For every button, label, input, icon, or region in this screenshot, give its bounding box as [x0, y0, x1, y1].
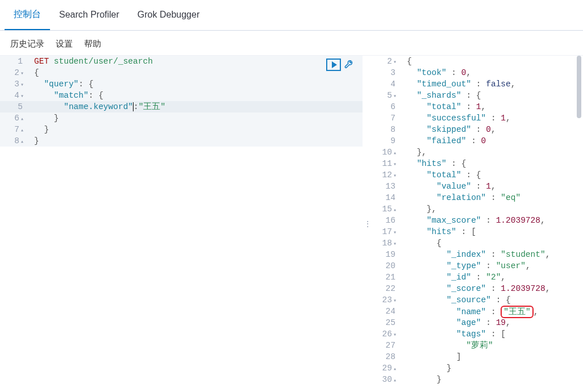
tab-console[interactable]: 控制台 — [5, 0, 50, 30]
response-viewer[interactable]: 2▾345▾678910▴11▾12▾131415▴1617▾18▾192021… — [373, 56, 583, 391]
splitter-handle-icon — [364, 219, 372, 228]
editor-actions — [326, 59, 355, 71]
console-toolbar: 历史记录 设置 帮助 — [0, 31, 583, 55]
play-icon — [332, 61, 337, 68]
editor-code[interactable]: GET student/user/_search { "query": { "m… — [34, 56, 363, 147]
editor-panels: 1 2▾ 3▾ 4▾ 5 6▴ 7▴ 8▴ GET student/user/_… — [0, 55, 583, 391]
result-code: { "took" : 0, "timed_out" : false, "_sha… — [407, 56, 583, 385]
run-button[interactable] — [326, 59, 341, 71]
tab-grok-debugger[interactable]: Grok Debugger — [128, 0, 209, 30]
result-scrollbar-thumb[interactable] — [577, 56, 581, 118]
toolbar-history[interactable]: 历史记录 — [10, 39, 44, 49]
wrench-icon — [344, 60, 353, 69]
request-editor[interactable]: 1 2▾ 3▾ 4▾ 5 6▴ 7▴ 8▴ GET student/user/_… — [0, 56, 363, 391]
highlighted-match: "王五" — [501, 306, 533, 318]
top-tabs: 控制台 Search Profiler Grok Debugger — [0, 0, 583, 31]
editor-gutter: 1 2▾ 3▾ 4▾ 5 6▴ 7▴ 8▴ — [0, 56, 30, 147]
result-gutter: 2▾345▾678910▴11▾12▾131415▴1617▾18▾192021… — [373, 56, 402, 385]
wrench-button[interactable] — [343, 59, 355, 70]
panel-splitter[interactable] — [363, 56, 373, 391]
toolbar-help[interactable]: 帮助 — [84, 39, 101, 49]
tab-search-profiler[interactable]: Search Profiler — [50, 0, 128, 30]
toolbar-settings[interactable]: 设置 — [56, 39, 73, 49]
